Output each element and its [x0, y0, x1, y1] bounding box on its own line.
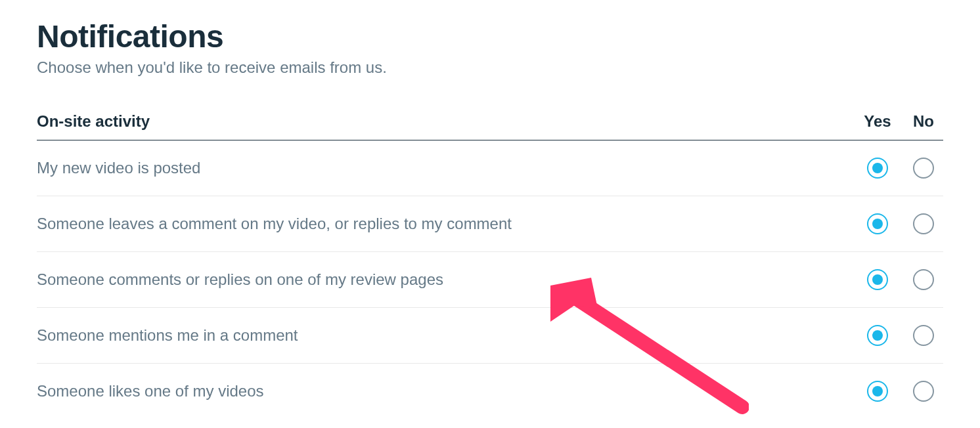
radio-cell-no	[904, 158, 943, 179]
column-header-no: No	[904, 112, 943, 131]
option-row: Someone comments or replies on one of my…	[37, 252, 943, 308]
radio-dot-icon	[872, 330, 883, 341]
radio-cell-yes	[858, 381, 897, 402]
radio-cell-no	[904, 325, 943, 346]
radio-yes[interactable]	[867, 213, 888, 234]
radio-dot-icon	[872, 386, 883, 396]
radio-yes[interactable]	[867, 269, 888, 290]
page-title: Notifications	[37, 18, 943, 54]
radio-cell-yes	[858, 213, 897, 234]
options-list: My new video is postedSomeone leaves a c…	[37, 140, 943, 419]
radio-cell-no	[904, 213, 943, 234]
radio-cell-no	[904, 269, 943, 290]
page-subtitle: Choose when you'd like to receive emails…	[37, 58, 943, 77]
radio-dot-icon	[872, 163, 883, 173]
radio-no[interactable]	[913, 325, 934, 346]
option-label: Someone comments or replies on one of my…	[37, 270, 858, 289]
option-label: Someone mentions me in a comment	[37, 326, 858, 345]
option-row: Someone leaves a comment on my video, or…	[37, 196, 943, 252]
radio-yes[interactable]	[867, 325, 888, 346]
radio-no[interactable]	[913, 269, 934, 290]
radio-dot-icon	[872, 219, 883, 229]
radio-no[interactable]	[913, 213, 934, 234]
radio-yes[interactable]	[867, 381, 888, 402]
radio-cell-yes	[858, 325, 897, 346]
option-label: Someone leaves a comment on my video, or…	[37, 215, 858, 233]
radio-yes[interactable]	[867, 158, 888, 179]
radio-no[interactable]	[913, 158, 934, 179]
option-row: Someone mentions me in a comment	[37, 308, 943, 364]
section-title: On-site activity	[37, 112, 858, 131]
option-row: Someone likes one of my videos	[37, 364, 943, 419]
radio-no[interactable]	[913, 381, 934, 402]
radio-dot-icon	[872, 274, 883, 285]
radio-cell-yes	[858, 158, 897, 179]
option-row: My new video is posted	[37, 140, 943, 196]
section-header-row: On-site activity Yes No	[37, 112, 943, 140]
radio-cell-no	[904, 381, 943, 402]
option-label: Someone likes one of my videos	[37, 382, 858, 400]
radio-cell-yes	[858, 269, 897, 290]
column-header-yes: Yes	[858, 112, 897, 131]
option-label: My new video is posted	[37, 159, 858, 177]
